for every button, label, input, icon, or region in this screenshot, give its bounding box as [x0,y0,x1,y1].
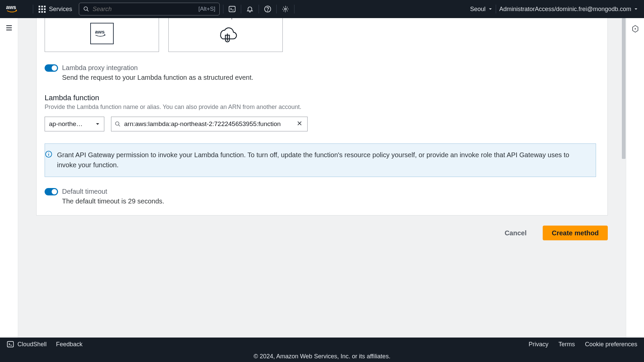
integration-option-vpc-link[interactable]: Integrate with a resource that isn't acc… [168,18,283,52]
services-menu[interactable]: Services [37,4,74,14]
svg-text:aws: aws [95,29,105,35]
terminal-icon [228,5,236,13]
lambda-proxy-section: Lambda proxy integration Send the reques… [45,64,607,81]
svg-line-2 [87,10,89,11]
right-rail-button[interactable] [631,25,639,35]
divider [241,5,241,13]
services-label: Services [49,6,72,13]
search-icon [83,6,89,12]
settings-button[interactable] [280,4,291,14]
form-actions: Cancel Create method [36,226,608,240]
svg-point-7 [284,8,286,10]
bell-icon [246,5,254,13]
default-timeout-description: The default timeout is 29 seconds. [62,197,596,205]
default-timeout-section: Default timeout The default timeout is 2… [45,188,607,205]
default-timeout-toggle[interactable] [45,188,58,195]
svg-line-14 [118,125,120,127]
svg-point-1 [84,7,88,10]
hamburger-icon [5,24,13,32]
svg-point-20 [635,28,636,29]
aws-service-icon: aws [51,18,153,48]
permission-info-box: Grant API Gateway permission to invoke y… [45,143,596,177]
sidebar-toggle[interactable] [5,24,13,33]
cookie-preferences-link[interactable]: Cookie preferences [585,341,637,348]
lambda-proxy-label: Lambda proxy integration [62,64,138,72]
svg-rect-21 [7,342,13,347]
terms-link[interactable]: Terms [558,341,575,348]
feedback-link[interactable]: Feedback [56,341,83,348]
create-method-button[interactable]: Create method [543,226,608,240]
left-rail [0,18,18,338]
lambda-arn-input[interactable] [124,120,292,128]
notifications-button[interactable] [245,4,255,14]
help-button[interactable] [262,4,273,14]
account-label: AdministratorAccess/dominic.frei@mongodb… [499,6,631,13]
vpc-link-icon [175,20,276,48]
cloudshell-button[interactable]: CloudShell [7,341,47,348]
search-shortcut: [Alt+S] [198,6,215,12]
search-icon [115,121,121,127]
privacy-link[interactable]: Privacy [529,341,548,348]
copyright-bar: © 2024, Amazon Web Services, Inc. or its… [0,351,644,362]
info-icon [45,150,52,158]
lambda-region-value: ap-northe… [49,120,83,128]
caret-down-icon [95,122,100,126]
integration-option-aws-service[interactable]: Integrate with an AWS Service. aws [45,18,159,52]
caret-down-icon [634,7,638,11]
help-icon [264,5,271,13]
clear-input-button[interactable] [295,119,304,129]
lambda-function-section: Lambda function Provide the Lambda funct… [45,94,607,131]
divider [294,5,294,13]
svg-text:aws: aws [6,4,16,10]
lambda-proxy-description: Send the request to your Lambda function… [62,74,596,81]
lambda-arn-field[interactable] [111,117,308,131]
region-label: Seoul [470,6,486,13]
lambda-function-label: Lambda function [45,94,596,102]
search-input[interactable] [93,6,195,13]
right-rail [626,18,644,338]
form-panel: Integrate with an AWS Service. aws [36,18,608,216]
lambda-region-select[interactable]: ap-northe… [45,117,104,131]
cancel-button[interactable]: Cancel [496,226,535,240]
permission-info-text: Grant API Gateway permission to invoke y… [57,150,588,170]
close-icon [297,120,303,126]
divider [259,5,259,13]
svg-rect-3 [229,6,235,12]
scrollbar-thumb[interactable] [622,18,626,159]
cloudshell-icon-button[interactable] [227,4,237,14]
divider [33,5,33,13]
divider [276,5,277,13]
account-menu[interactable]: AdministratorAccess/dominic.frei@mongodb… [499,6,638,13]
cloudshell-label: CloudShell [17,341,47,348]
main-content: Integrate with an AWS Service. aws [18,18,626,338]
caret-down-icon [488,7,492,11]
grid-icon [39,6,46,13]
footer-bar: CloudShell Feedback Privacy Terms Cookie… [0,338,644,351]
global-search[interactable]: [Alt+S] [79,3,220,15]
svg-point-13 [115,122,119,126]
default-timeout-label: Default timeout [62,188,107,195]
svg-point-6 [267,11,268,11]
lambda-function-hint: Provide the Lambda function name or alia… [45,104,596,111]
hexagon-icon [631,25,639,33]
gear-icon [282,5,289,13]
region-selector[interactable]: Seoul [470,6,492,13]
divider [223,5,223,13]
terminal-icon [7,341,14,348]
lambda-proxy-toggle[interactable] [45,64,58,72]
scrollbar-track[interactable] [621,18,626,338]
aws-logo[interactable]: aws [6,4,22,14]
divider [496,5,496,13]
copyright-text: © 2024, Amazon Web Services, Inc. or its… [254,353,390,360]
svg-point-19 [48,153,49,153]
top-nav-bar: aws Services [Alt+S] [0,0,644,18]
